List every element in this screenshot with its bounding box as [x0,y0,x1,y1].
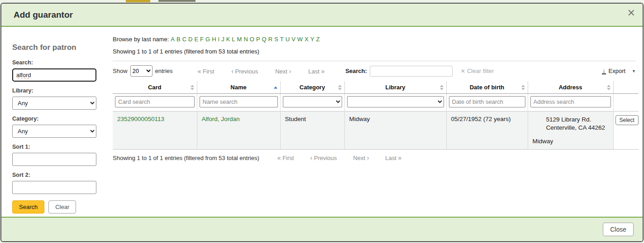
browse-letter-j[interactable]: J [221,36,224,43]
column-header-category[interactable]: Category [280,81,344,94]
show-label: Show [113,68,128,74]
first-page-button[interactable]: « First [198,68,215,75]
next-page-button[interactable]: Next › [275,68,291,75]
previous-page-button[interactable]: ‹ Previous [231,68,258,75]
next-page-button[interactable]: Next › [353,154,369,161]
browse-letter-n[interactable]: N [243,36,248,43]
table-row: 23529000050113 Alford, Jordan Student Mi… [113,112,639,150]
clear-filter-x-icon: ✕ [461,68,465,74]
name-filter-input[interactable] [200,96,278,107]
last-page-icon: » [321,68,324,75]
column-header-card[interactable]: Card [113,81,197,94]
browse-letter-k[interactable]: K [226,36,230,43]
browse-letter-l[interactable]: L [232,36,235,43]
last-page-button[interactable]: Last » [308,68,324,75]
table-controls: Show 20 entries « First ‹ Previous Next … [113,61,636,81]
clear-button[interactable]: Clear [48,200,76,214]
column-header-address[interactable]: Address [528,81,613,94]
patron-name-link[interactable]: Alford, Jordan [202,116,240,122]
address-cell: 5129 Library Rd. Centerville, CA 44262 M… [528,112,613,150]
column-header-date-of-birth[interactable]: Date of birth [446,81,528,94]
browse-letter-b[interactable]: B [177,36,181,43]
card-filter-input[interactable] [115,96,195,107]
search-input[interactable] [12,68,96,82]
cardnumber-link[interactable]: 23529000050113 [117,116,164,122]
patron-search-sidebar: Search for patron Search: Library: Any C… [1,27,113,217]
modal-body: Search for patron Search: Library: Any C… [1,27,643,217]
pagination-bottom: « First ‹ Previous Next › Last » [277,154,418,161]
library-select[interactable]: Any [12,97,96,110]
browse-letter-i[interactable]: I [218,36,220,43]
export-button[interactable]: ↓ Export ▼ [602,68,636,74]
browse-letter-g[interactable]: G [205,36,210,43]
pagination-top: « First ‹ Previous Next › Last » [198,68,342,75]
sort-asc-icon [274,86,277,88]
modal-title: Add guarantor [14,10,73,19]
export-caret-icon: ▼ [632,69,636,73]
browse-letter-c[interactable]: C [182,36,186,43]
browse-letter-d[interactable]: D [188,36,192,43]
table-search-label: Search: [345,68,367,74]
category-cell: Student [280,112,344,150]
browse-letter-o[interactable]: O [250,36,254,43]
sort-icon [338,85,342,90]
browse-letter-u[interactable]: U [286,36,290,43]
library-label: Library: [12,87,96,94]
browse-letter-h[interactable]: H [212,36,216,43]
browse-letter-w[interactable]: W [297,36,303,43]
library-filter-select[interactable] [347,96,444,107]
entries-label: entries [155,68,173,74]
table-footer-info: Showing 1 to 1 of 1 entries (filtered fr… [113,150,636,166]
modal-header: Add guarantor ✕ [1,4,643,27]
last-page-button[interactable]: Last » [385,154,401,161]
browse-letter-r[interactable]: R [268,36,272,43]
browse-letter-a[interactable]: A [171,36,175,43]
browse-letter-s[interactable]: S [274,36,278,43]
sort2-label: Sort 2: [12,172,96,178]
table-search-input[interactable] [370,66,453,77]
column-header-actions [613,81,639,94]
browse-letter-y[interactable]: Y [310,36,315,43]
browse-by-last-name: Browse by last name:ABCDEFGHIJKLMNOPQRST… [113,36,636,43]
browse-letter-q[interactable]: Q [262,36,267,43]
browse-letter-f[interactable]: F [200,36,204,43]
column-header-library[interactable]: Library [344,81,446,94]
browse-letter-e[interactable]: E [194,36,198,43]
close-button[interactable]: Close [603,223,634,236]
category-filter-select[interactable] [283,96,342,107]
clear-filter-button[interactable]: ✕Clear filter [461,68,494,74]
sort-icon [191,85,194,90]
browse-letter-x[interactable]: X [305,36,309,43]
search-button[interactable]: Search [12,200,44,214]
browse-letter-v[interactable]: V [291,36,296,43]
category-select[interactable]: Any [12,125,96,138]
browse-letter-t[interactable]: T [280,36,284,43]
browse-letter-m[interactable]: M [237,36,242,43]
browse-label: Browse by last name: [113,36,169,43]
sidebar-heading: Search for patron [12,43,96,52]
previous-page-button[interactable]: ‹ Previous [310,154,337,161]
close-icon[interactable]: ✕ [627,8,635,18]
previous-page-icon: ‹ [231,68,234,75]
modal-footer: Close [1,217,643,241]
page-size-select[interactable]: 20 [130,65,153,77]
sort1-input[interactable] [12,153,96,166]
browse-letter-z[interactable]: Z [316,36,320,43]
browse-letter-p[interactable]: P [256,36,260,43]
add-guarantor-modal: Add guarantor ✕ Search for patron Search… [0,3,644,242]
patron-results-table: Card Name Category Library [113,81,639,150]
select-patron-button[interactable]: Select [615,115,639,125]
category-label: Category: [12,116,96,122]
dob-filter-input[interactable] [449,96,525,107]
export-label: Export [609,68,626,74]
patron-results-main: Browse by last name:ABCDEFGHIJKLMNOPQRST… [113,27,643,217]
column-header-name[interactable]: Name [197,81,280,94]
first-page-button[interactable]: « First [277,154,294,161]
address-filter-input[interactable] [530,96,611,107]
background-save-button-fragment [126,0,150,2]
download-icon: ↓ [602,68,606,74]
sort1-label: Sort 1: [12,144,96,150]
sort-icon [607,85,611,90]
results-summary-bottom: Showing 1 to 1 of 1 entries (filtered fr… [113,155,259,161]
sort2-input[interactable] [12,181,96,194]
